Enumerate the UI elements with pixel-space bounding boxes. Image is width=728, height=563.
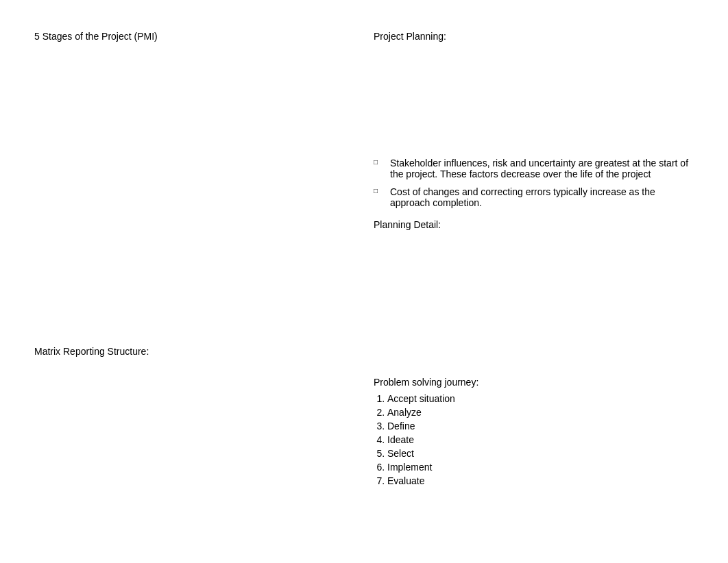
bullet-text-2: Cost of changes and correcting errors ty… xyxy=(390,186,692,208)
bullet-icon-1: □ xyxy=(374,158,382,166)
bullet-item-1: □ Stakeholder influences, risk and uncer… xyxy=(374,158,692,179)
numbered-steps-list: Accept situationAnalyzeDefineIdeateSelec… xyxy=(374,393,478,486)
problem-solving-section: Problem solving journey: Accept situatio… xyxy=(374,377,478,489)
numbered-step-6: Implement xyxy=(387,462,478,473)
bullet-item-2: □ Cost of changes and correcting errors … xyxy=(374,186,692,208)
numbered-step-4: Ideate xyxy=(387,434,478,445)
project-planning-label: Project Planning: xyxy=(374,31,446,42)
bullet-icon-2: □ xyxy=(374,187,382,195)
numbered-step-1: Accept situation xyxy=(387,393,478,404)
bullet-text-1: Stakeholder influences, risk and uncerta… xyxy=(390,158,692,179)
matrix-title: Matrix Reporting Structure: xyxy=(34,346,149,357)
planning-detail-label: Planning Detail: xyxy=(374,219,441,230)
numbered-step-3: Define xyxy=(387,421,478,431)
bullet-list: □ Stakeholder influences, risk and uncer… xyxy=(374,158,692,215)
numbered-step-7: Evaluate xyxy=(387,475,478,486)
problem-solving-label: Problem solving journey: xyxy=(374,377,478,388)
left-section-title: 5 Stages of the Project (PMI) xyxy=(34,31,158,42)
numbered-step-2: Analyze xyxy=(387,407,478,418)
numbered-step-5: Select xyxy=(387,448,478,459)
